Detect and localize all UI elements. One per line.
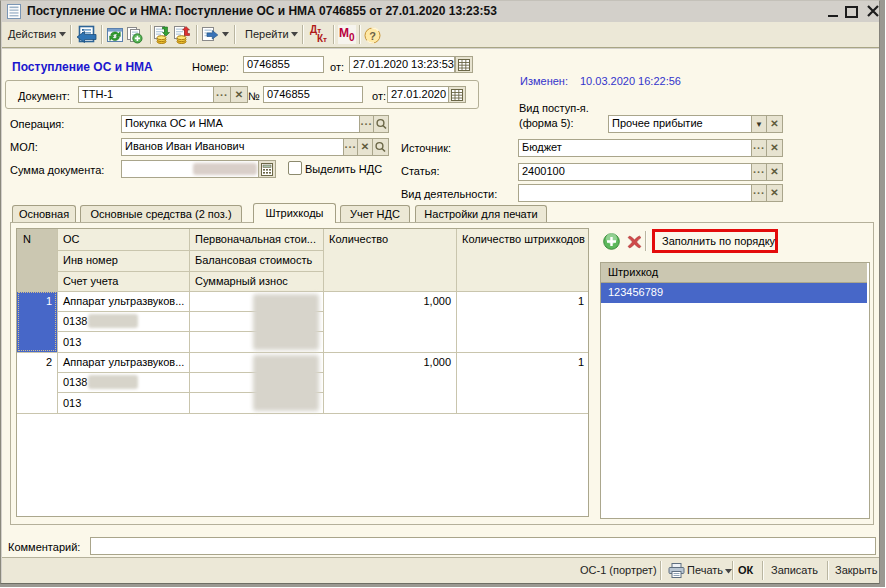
svg-text:?: ? [369, 30, 376, 42]
